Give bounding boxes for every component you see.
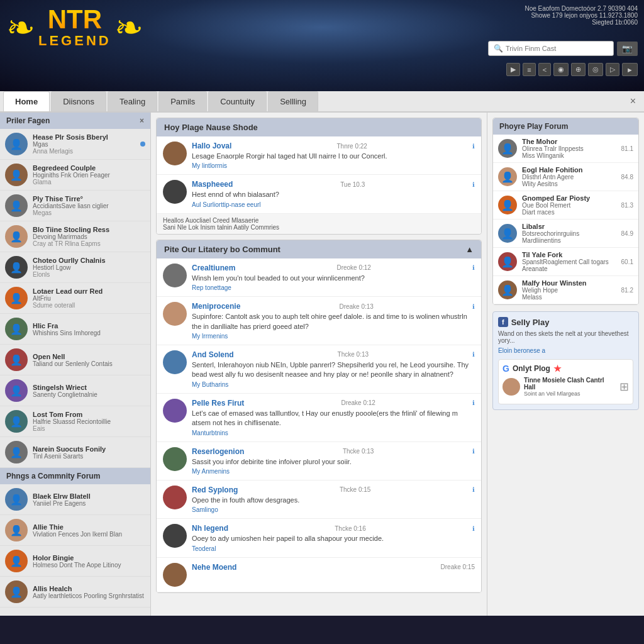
- sidebar-item-lost-tom-from[interactable]: 👤 Lost Tom From Halfrie Sluassd Recionto…: [0, 406, 150, 437]
- list-item[interactable]: 👤 Open Nell Taliand our Senlenly Contais: [0, 345, 150, 375]
- list-item[interactable]: 👤 Eogl Hale Fohition Dlisthrl Antn Agere…: [493, 163, 638, 191]
- avatar: 👤: [5, 580, 28, 603]
- list-item[interactable]: 👤 Blo Tiine Stocling Ress Devoing Marirm…: [0, 221, 150, 252]
- panel2-collapse-button[interactable]: ▲: [465, 245, 474, 254]
- post-avatar: [163, 180, 187, 204]
- post-item: Maspheeed Tue 10.3 ℹ Hest ennd of whn bi…: [157, 175, 481, 213]
- list-item[interactable]: 👤 Allis Healch Aatly learthleticos Poorl…: [0, 577, 150, 608]
- avatar: 👤: [498, 167, 517, 186]
- google-widget-title: G Onlyt Plog ★: [502, 364, 629, 374]
- tab-pamils[interactable]: Pamils: [158, 91, 207, 111]
- post-status-icon: ℹ: [472, 525, 475, 532]
- list-item[interactable]: 👤 Til Yale Fork SpansltRoaglement Call t…: [493, 248, 638, 276]
- header-info: Noe Eaofom Domectoóor 2.7 90390 404 Show…: [525, 5, 638, 26]
- toolbar-btn-4[interactable]: ◉: [553, 63, 569, 76]
- toolbar-btn-2[interactable]: ≡: [523, 63, 535, 76]
- tab-home[interactable]: Home: [3, 91, 50, 111]
- post-item: And Solend Thcke 0:13 ℹ Senterl, Inlerah…: [157, 345, 481, 394]
- hot-page-panel: Hoy Plage Nause Shode Hallo Joval Thnre …: [156, 118, 482, 235]
- right-sidebar: Phoyre Play Forum 👤 The Mohor Olinrea Tr…: [487, 113, 644, 616]
- toolbar-btn-7[interactable]: ▷: [606, 63, 619, 76]
- post-status-icon: ℹ: [472, 181, 475, 188]
- post-status-icon: ℹ: [472, 264, 475, 271]
- post-header: Crealtiunem Dreoke 0:12 ℹ: [192, 264, 475, 272]
- tab-tealing[interactable]: Tealing: [108, 91, 157, 111]
- nav-close-button[interactable]: ×: [625, 96, 641, 107]
- post-status-icon: ℹ: [472, 448, 475, 455]
- list-item[interactable]: 👤 Libalsr Botsreochorinrguiins Mardliine…: [493, 219, 638, 248]
- toolbar-btn-1[interactable]: ▶: [506, 63, 520, 76]
- list-item[interactable]: 👤 The Mohor Olinrea Tralr Ilnppests Miss…: [493, 135, 638, 163]
- search-box[interactable]: 🔍: [488, 41, 614, 56]
- post-status-icon: ℹ: [472, 303, 475, 310]
- avatar: 👤: [5, 225, 28, 248]
- post-status-icon: ℹ: [472, 486, 475, 493]
- list-item[interactable]: 👤 Blaek Elrw Blatell Yaniiel Pre Eagens: [0, 484, 150, 515]
- search-icon: 🔍: [494, 44, 503, 53]
- user-info: Choteo Ourlly Chalnis Hestiorl Lgow Elon…: [33, 257, 145, 278]
- social-widget-title: f Selly Play: [498, 317, 633, 327]
- post-header: Pelle Res Firut Dreake 0:12 ℹ: [192, 399, 475, 408]
- mini-avatar: [502, 378, 520, 396]
- forum-user-info: Gnomped Ear Piosty Oue Bool Remert Diart…: [522, 194, 618, 216]
- list-item[interactable]: 👤 Ply Thise Tirre° AccidiantsSave liasn …: [0, 191, 150, 221]
- post-item: Pelle Res Firut Dreake 0:12 ℹ Let's cae …: [157, 394, 481, 442]
- user-info: Holor Bingie Holmeso Dont The Aope Litin…: [33, 554, 145, 569]
- list-item[interactable]: 👤 Narein Suocuts Fonily Tinl Asenii Sara…: [0, 437, 150, 468]
- post-avatar: [163, 302, 187, 326]
- list-item[interactable]: 👤 Lotaer Lead ourr Red AltFriu Sdume oot…: [0, 283, 150, 314]
- post-item: Nehe Moend Dreake 0:15: [157, 558, 481, 592]
- list-item[interactable]: 👤 Hlic Fra Whishins Sins Imhoregd: [0, 314, 150, 345]
- list-item[interactable]: 👤 Allie Thie Vivlation Fences Jon Ikernl…: [0, 515, 150, 546]
- post-avatar: [163, 142, 187, 165]
- google-icon: G: [502, 364, 509, 374]
- sidebar-users-list: 👤 Hease Plr Sosis Bberyl Mgas Anna Merla…: [0, 129, 150, 468]
- post-avatar: [163, 350, 187, 374]
- post-body: Red Syplong Thcke 0:15 ℹ Opeo the in fou…: [192, 486, 475, 513]
- list-item[interactable]: 👤 Gnomped Ear Piosty Oue Bool Remert Dia…: [493, 191, 638, 219]
- list-item[interactable]: 👤 Begredeed Coulple Hoginiths Fnk Orien …: [0, 160, 150, 191]
- user-info: Open Nell Taliand our Senlenly Contais: [33, 353, 145, 367]
- nav-bar: Home Diisnons Tealing Pamils Countuity S…: [0, 91, 644, 113]
- logo: ❧ NTR LEGEND ❧: [6, 6, 143, 49]
- post-avatar: [163, 399, 187, 423]
- tab-sellling[interactable]: Sellling: [268, 91, 318, 111]
- tab-diisnons[interactable]: Diisnons: [51, 91, 106, 111]
- user-info: Lotaer Lead ourr Red AltFriu Sdume ooter…: [33, 287, 145, 309]
- post-body: Crealtiunem Dreoke 0:12 ℹ Winsh lem you'…: [192, 264, 475, 291]
- mini-post-item[interactable]: Tinne Mosiele Clash Cantrl Hall Soint an…: [502, 374, 629, 400]
- avatar: 👤: [498, 196, 517, 214]
- toolbar-btn-5[interactable]: ⊕: [571, 63, 586, 76]
- sidebar-close-button[interactable]: ×: [140, 116, 144, 125]
- toolbar-btn-8[interactable]: ►: [622, 63, 638, 76]
- post-body: Nehe Moend Dreake 0:15: [192, 563, 475, 573]
- google-widget: G Onlyt Plog ★ Tinne Mosiele Clash Cantr…: [498, 359, 633, 404]
- list-item[interactable]: 👤 Hease Plr Sosis Bberyl Mgas Anna Merla…: [0, 129, 150, 160]
- post-avatar: [163, 264, 187, 287]
- user-info: Begredeed Coulple Hoginiths Fnk Orien Fe…: [33, 164, 145, 186]
- post-avatar: [163, 447, 187, 471]
- search-input[interactable]: [506, 45, 608, 52]
- search-area: 🔍 📷: [488, 41, 638, 56]
- mini-post-info: Tinne Mosiele Clash Cantrl Hall Soint an…: [524, 377, 616, 397]
- tab-countuity[interactable]: Countuity: [208, 91, 267, 111]
- header-toolbar: ▶ ≡ < ◉ ⊕ ◎ ▷ ►: [506, 63, 638, 76]
- post-header: Hallo Joval Thnre 0:22 ℹ: [192, 142, 475, 150]
- camera-button[interactable]: 📷: [617, 42, 638, 56]
- post-body: Maspheeed Tue 10.3 ℹ Hest ennd of whn bi…: [192, 180, 475, 208]
- user-info: Allis Healch Aatly learthleticos Poorlin…: [33, 585, 145, 599]
- toolbar-btn-3[interactable]: <: [538, 63, 551, 76]
- list-item[interactable]: 👤 Choteo Ourlly Chalnis Hestiorl Lgow El…: [0, 252, 150, 283]
- post-avatar: [163, 486, 187, 509]
- list-item[interactable]: 👤 Malfy Hour Winsten Weligh Hope Melass …: [493, 276, 638, 304]
- user-info: Stingelsh Wriect Sanenty Conglietnalnie: [33, 384, 145, 398]
- post-header: Reserlogenion Thcke 0:13 ℹ: [192, 447, 475, 456]
- sidebar-section2-title: Phngs a Commnity Forum: [0, 468, 150, 484]
- avatar: 👤: [498, 252, 517, 271]
- post-status-icon: ℹ: [472, 143, 475, 150]
- toolbar-btn-6[interactable]: ◎: [588, 63, 603, 76]
- list-item[interactable]: 👤 Stingelsh Wriect Sanenty Conglietnalni…: [0, 375, 150, 406]
- logo-text-top: NTR: [48, 6, 102, 33]
- avatar: 👤: [5, 379, 28, 402]
- list-item[interactable]: 👤 Holor Bingie Holmeso Dont The Aope Lit…: [0, 546, 150, 577]
